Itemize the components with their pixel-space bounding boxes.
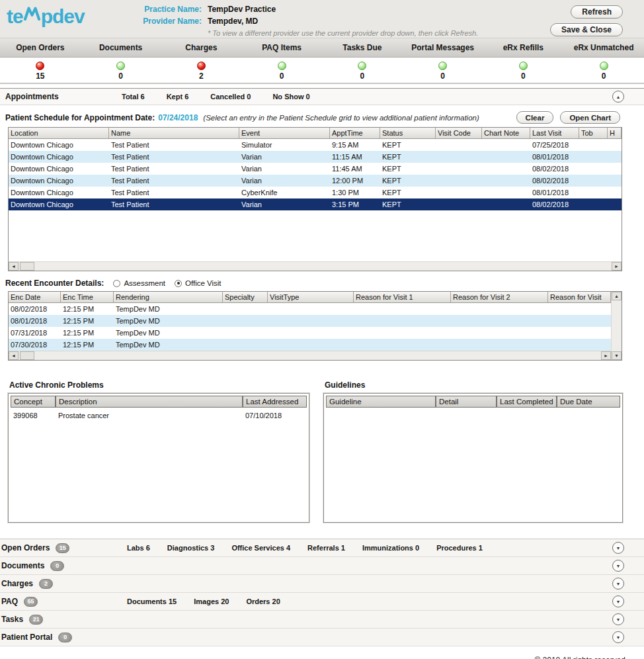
- accordion-section-patient-portal[interactable]: Patient Portal 0 ▼: [0, 629, 644, 646]
- column-header[interactable]: Reason for Visit 2: [451, 292, 548, 302]
- radio-assessment[interactable]: Assessment: [113, 279, 165, 287]
- accordion-section-documents[interactable]: Documents 0 ▼: [0, 557, 644, 575]
- column-header[interactable]: Visit Code: [436, 128, 482, 138]
- column-header[interactable]: ApptTime: [330, 128, 380, 138]
- cell: [608, 151, 622, 163]
- scrollbar-thumb[interactable]: [20, 262, 34, 271]
- column-header[interactable]: Last Visit: [530, 128, 579, 138]
- column-header[interactable]: Chart Note: [482, 128, 530, 138]
- cell: [436, 175, 482, 187]
- table-row[interactable]: Downtown ChicagoTest PatientCyberKnife1:…: [9, 187, 622, 198]
- scroll-right-icon[interactable]: ►: [612, 262, 622, 271]
- expand-button[interactable]: ▼: [612, 560, 624, 572]
- horizontal-scrollbar[interactable]: ◄ ►: [9, 261, 622, 271]
- table-row[interactable]: 07/30/201812:15 PMTempDev MD: [9, 339, 611, 351]
- scroll-up-icon[interactable]: ▲: [612, 292, 622, 300]
- open-chart-button[interactable]: Open Chart: [560, 111, 620, 124]
- status-cell: 0: [81, 62, 161, 83]
- copyright-text: © 2018 All rights reserved: [0, 656, 644, 659]
- column-header[interactable]: Detail: [436, 396, 497, 408]
- scroll-left-icon[interactable]: ◄: [9, 351, 19, 360]
- clear-button[interactable]: Clear: [516, 111, 554, 124]
- column-header[interactable]: Reason for Visit: [548, 292, 611, 302]
- cell: KEPT: [380, 139, 436, 151]
- column-header[interactable]: Enc Date: [9, 292, 61, 302]
- cell: Prostate cancer: [56, 410, 243, 421]
- column-header[interactable]: Enc Time: [61, 292, 114, 302]
- provider-name-value[interactable]: Tempdev, MD: [208, 17, 258, 26]
- table-row-selected[interactable]: Downtown ChicagoTest PatientVarian3:15 P…: [9, 198, 622, 210]
- cell: 07/31/2018: [9, 327, 61, 339]
- cell: [451, 315, 548, 327]
- table-row[interactable]: 08/02/201812:15 PMTempDev MD: [9, 303, 611, 315]
- column-header[interactable]: VisitType: [268, 292, 354, 302]
- radio-icon[interactable]: [113, 280, 120, 287]
- radio-office-visit[interactable]: Office Visit: [175, 279, 221, 287]
- column-header[interactable]: Tob: [579, 128, 608, 138]
- radio-checked-icon[interactable]: [175, 280, 182, 287]
- cell: 12:15 PM: [61, 315, 114, 327]
- cell: [268, 327, 354, 339]
- column-header[interactable]: Concept: [11, 396, 56, 408]
- cell: [548, 339, 611, 351]
- status-light-green-icon: [600, 62, 608, 70]
- status-light-green-icon: [278, 62, 286, 70]
- cell: Downtown Chicago: [9, 175, 109, 187]
- table-row[interactable]: Downtown ChicagoTest PatientVarian12:00 …: [9, 175, 622, 187]
- column-header[interactable]: Rendering: [114, 292, 223, 302]
- table-row[interactable]: 07/31/201812:15 PMTempDev MD: [9, 327, 611, 339]
- expand-button[interactable]: ▼: [612, 595, 624, 607]
- column-header[interactable]: Location: [9, 128, 109, 138]
- expand-button[interactable]: ▼: [612, 578, 624, 590]
- expand-button[interactable]: ▼: [612, 613, 624, 625]
- logo-text-end: pdev: [41, 7, 85, 26]
- tempdev-logo: te pdev: [7, 7, 85, 26]
- collapse-button[interactable]: ▲: [612, 91, 624, 103]
- expand-button[interactable]: ▼: [612, 631, 624, 643]
- column-header[interactable]: Reason for Visit 1: [354, 292, 451, 302]
- cell: [608, 175, 622, 187]
- column-header[interactable]: Description: [56, 396, 243, 408]
- column-header[interactable]: Last Completed: [497, 396, 557, 408]
- column-header[interactable]: Status: [380, 128, 436, 138]
- table-row[interactable]: 08/01/201812:15 PMTempDev MD: [9, 315, 611, 327]
- status-label-tasks-due: Tasks Due: [322, 43, 403, 52]
- column-header[interactable]: Last Addressed: [243, 396, 307, 408]
- status-bar-values: 15 0 2 0 0 0 0 0: [0, 58, 644, 84]
- vertical-scrollbar[interactable]: ▲ ▼: [611, 292, 622, 360]
- table-row[interactable]: 399068 Prostate cancer 07/10/2018: [9, 410, 309, 421]
- provider-note: * To view a different provider use the c…: [208, 29, 478, 37]
- table-row[interactable]: Downtown ChicagoTest PatientVarian11:15 …: [9, 151, 622, 163]
- accordion-section-paq[interactable]: PAQ 55 Documents 15 Images 20 Orders 20 …: [0, 593, 644, 611]
- accordion-section-open-orders[interactable]: Open Orders 15 Labs 6 Diagnostics 3 Offi…: [0, 539, 644, 557]
- radio-label: Assessment: [124, 279, 165, 287]
- scroll-down-icon[interactable]: ▼: [612, 351, 622, 360]
- accordion-section-charges[interactable]: Charges 2 ▼: [0, 575, 644, 593]
- horizontal-scrollbar[interactable]: ◄ ►: [9, 351, 611, 360]
- table-row[interactable]: Downtown ChicagoTest PatientVarian11:45 …: [9, 163, 622, 175]
- refresh-button[interactable]: Refresh: [571, 5, 623, 19]
- scrollbar-thumb[interactable]: [20, 351, 34, 360]
- column-header[interactable]: Name: [109, 128, 239, 138]
- section-label: Open Orders: [0, 543, 50, 552]
- scroll-right-icon[interactable]: ►: [601, 351, 611, 360]
- cell: 08/02/2018: [530, 198, 579, 210]
- expand-button[interactable]: ▼: [612, 542, 624, 554]
- guidelines-grid: Guideline Detail Last Completed Due Date: [323, 393, 623, 523]
- column-header[interactable]: Specialty: [223, 292, 268, 302]
- practice-name-value: TempDev Practice: [208, 5, 276, 14]
- status-cell: 0: [403, 62, 483, 83]
- cell: Varian: [239, 175, 330, 187]
- column-header[interactable]: H: [608, 128, 622, 138]
- scroll-left-icon[interactable]: ◄: [9, 262, 19, 271]
- cell: 08/01/2018: [530, 151, 579, 163]
- column-header[interactable]: Guideline: [326, 396, 436, 408]
- table-row[interactable]: Downtown ChicagoTest PatientSimulator9:1…: [9, 139, 622, 151]
- column-header[interactable]: Due Date: [557, 396, 620, 408]
- accordion-section-tasks[interactable]: Tasks 21 ▼: [0, 611, 644, 629]
- appointments-bar[interactable]: Appointments Total 6 Kept 6 Cancelled 0 …: [0, 88, 644, 105]
- active-chronic-problems-panel: Active Chronic Problems Concept Descript…: [8, 380, 309, 523]
- column-header[interactable]: Event: [239, 128, 330, 138]
- save-close-button[interactable]: Save & Close: [550, 23, 623, 36]
- cell: [608, 139, 622, 151]
